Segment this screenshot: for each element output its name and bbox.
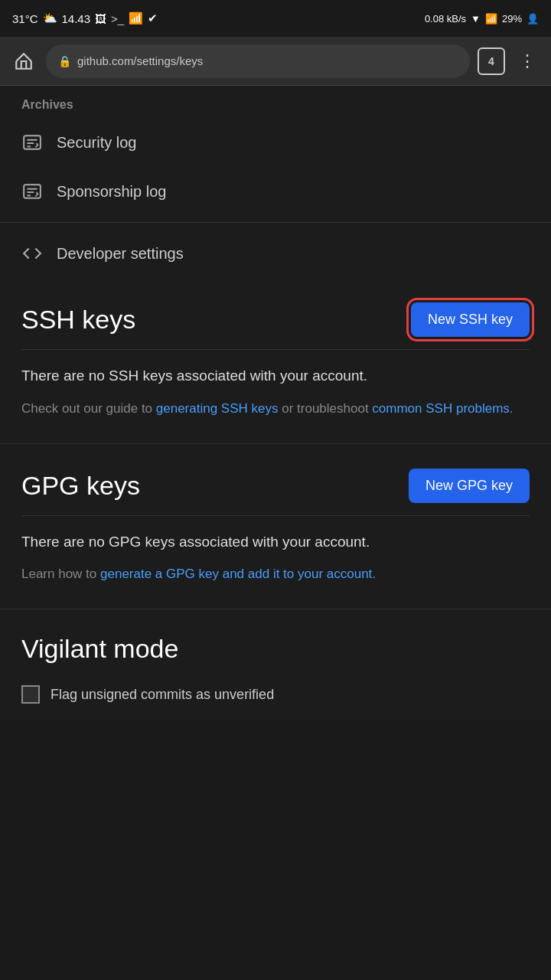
- status-right: 0.08 kB/s ▼ 📶 29% 👤: [425, 13, 539, 24]
- flag-unsigned-row: Flag unsigned commits as unverified: [21, 685, 530, 704]
- notification-icon: 👤: [527, 13, 539, 24]
- wifi-icon: ▼: [471, 13, 481, 24]
- common-ssh-problems-link[interactable]: common SSH problems: [372, 401, 510, 416]
- sponsorship-log-item[interactable]: Sponsorship log: [0, 167, 551, 216]
- gpg-divider: [21, 515, 530, 516]
- menu-button[interactable]: ⋮: [513, 48, 542, 74]
- developer-settings-item[interactable]: Developer settings: [0, 229, 551, 278]
- status-left: 31°C ⛅ 14.43 🖼 >_ 📶 ✔: [12, 11, 158, 25]
- check-icon: ✔: [148, 11, 158, 25]
- generating-ssh-keys-link[interactable]: generating SSH keys: [156, 401, 279, 416]
- ssh-section-header: SSH keys New SSH key: [21, 278, 530, 349]
- flag-unsigned-checkbox[interactable]: [21, 685, 40, 704]
- sponsorship-log-label: Sponsorship log: [57, 183, 166, 201]
- code-icon: [21, 243, 43, 264]
- sponsorship-log-icon: [21, 181, 43, 202]
- flag-unsigned-label: Flag unsigned commits as unverified: [51, 687, 274, 703]
- time: 14.43: [62, 12, 91, 25]
- developer-settings-label: Developer settings: [57, 245, 184, 263]
- url-text: github.com/settings/keys: [77, 54, 203, 67]
- address-bar[interactable]: 🔒 github.com/settings/keys: [46, 44, 470, 78]
- terminal-icon: >_: [111, 12, 124, 25]
- network-speed: 0.08 kB/s: [425, 13, 466, 24]
- ssh-divider: [21, 349, 530, 350]
- signal-icon: 📶: [129, 11, 143, 25]
- image-icon: 🖼: [95, 12, 106, 25]
- temperature: 31°C: [12, 12, 38, 25]
- gpg-title: GPG keys: [21, 471, 140, 501]
- gpg-section: GPG keys New GPG key There are no GPG ke…: [0, 444, 551, 585]
- security-log-icon: [21, 132, 43, 153]
- tab-count[interactable]: 4: [478, 47, 505, 75]
- lock-icon: 🔒: [58, 55, 71, 67]
- svg-rect-0: [24, 136, 41, 149]
- vigilant-section: Vigilant mode Flag unsigned commits as u…: [0, 609, 551, 719]
- svg-rect-4: [24, 185, 41, 198]
- new-gpg-key-button[interactable]: New GPG key: [409, 469, 530, 503]
- security-log-item[interactable]: Security log: [0, 118, 551, 167]
- browser-bar: 🔒 github.com/settings/keys 4 ⋮: [0, 37, 551, 86]
- battery-percent: 29%: [502, 13, 522, 24]
- ssh-guide-text: Check out our guide to generating SSH ke…: [21, 398, 530, 419]
- gpg-empty-text: There are no GPG keys associated with yo…: [21, 531, 530, 554]
- security-log-label: Security log: [57, 134, 137, 152]
- weather-icon: ⛅: [43, 11, 57, 25]
- ssh-empty-text: There are no SSH keys associated with yo…: [21, 365, 530, 387]
- gpg-guide-text: Learn how to generate a GPG key and add …: [21, 564, 530, 584]
- vigilant-title: Vigilant mode: [21, 634, 530, 664]
- cell-icon: 📶: [485, 13, 497, 24]
- ssh-section: SSH keys New SSH key There are no SSH ke…: [0, 278, 551, 419]
- home-button[interactable]: [9, 47, 38, 76]
- ssh-title: SSH keys: [21, 305, 135, 335]
- nav-section: Archives Security log: [0, 86, 551, 278]
- nav-divider: [0, 222, 551, 223]
- archives-header: Archives: [0, 86, 551, 118]
- gpg-section-header: GPG keys New GPG key: [21, 444, 530, 515]
- page-content: Archives Security log: [0, 86, 551, 719]
- gpg-guide-link[interactable]: generate a GPG key and add it to your ac…: [100, 567, 372, 581]
- new-ssh-key-button[interactable]: New SSH key: [411, 302, 530, 337]
- status-bar: 31°C ⛅ 14.43 🖼 >_ 📶 ✔ 0.08 kB/s ▼ 📶 29% …: [0, 0, 551, 37]
